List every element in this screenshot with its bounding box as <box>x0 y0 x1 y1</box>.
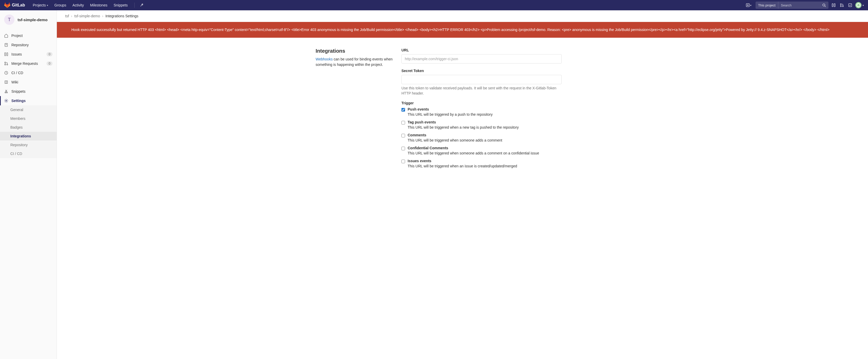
snippets-icon <box>4 89 8 94</box>
trigger-checkbox[interactable] <box>401 160 405 163</box>
issues-shortcut-icon[interactable] <box>831 2 837 8</box>
trigger-row: Confidential Comments This URL will be t… <box>401 146 609 155</box>
new-dropdown-button[interactable]: ▾ <box>744 2 753 8</box>
svg-point-17 <box>6 100 7 101</box>
trigger-label: Issues events <box>408 159 609 163</box>
trigger-checkbox[interactable] <box>401 147 405 150</box>
search-input[interactable] <box>778 3 820 7</box>
nav-separator <box>134 3 135 8</box>
svg-point-13 <box>7 64 8 65</box>
svg-point-15 <box>5 92 6 93</box>
trigger-description: This URL will be triggered when someone … <box>408 151 609 155</box>
sidebar-subitem-badges[interactable]: Badges <box>0 123 57 132</box>
breadcrumb-link[interactable]: tsf-simple-demo <box>74 14 100 18</box>
top-navbar: GitLab Projects ▾ Groups Activity Milest… <box>0 0 868 10</box>
search-container: This project <box>755 2 829 9</box>
url-input[interactable] <box>401 54 562 64</box>
project-sidebar: T tsf-simple-demo Project Repository Iss… <box>0 10 57 359</box>
trigger-row: Push events This URL will be triggered b… <box>401 107 609 117</box>
nav-projects[interactable]: Projects ▾ <box>30 2 51 9</box>
sidebar-subitem-members[interactable]: Members <box>0 114 57 123</box>
nav-activity[interactable]: Activity <box>70 2 86 9</box>
trigger-description: This URL will be triggered when someone … <box>408 138 609 142</box>
svg-point-11 <box>5 62 6 63</box>
sidebar-item-project[interactable]: Project <box>0 31 57 40</box>
admin-wrench-icon[interactable] <box>139 2 145 8</box>
sidebar-item-label: Project <box>11 34 23 38</box>
sidebar-subitem-ci-cd[interactable]: CI / CD <box>0 149 57 158</box>
chevron-down-icon: ▾ <box>750 4 751 7</box>
trigger-description: This URL will be triggered when an issue… <box>408 164 609 168</box>
nav-milestones[interactable]: Milestones <box>88 2 110 9</box>
sidebar-item-label: Repository <box>11 43 29 47</box>
project-header[interactable]: T tsf-simple-demo <box>0 10 57 29</box>
chevron-right-icon: › <box>102 14 103 18</box>
sidebar-item-repository[interactable]: Repository <box>0 40 57 50</box>
sidebar-item-snippets[interactable]: Snippets <box>0 87 57 96</box>
breadcrumb-current: Integrations Settings <box>105 14 138 18</box>
todos-icon[interactable] <box>847 2 853 8</box>
sidebar-item-issues[interactable]: Issues 0 <box>0 50 57 59</box>
sidebar-item-settings[interactable]: Settings <box>0 96 57 105</box>
trigger-checkbox[interactable] <box>401 134 405 137</box>
webhooks-link[interactable]: Webhooks <box>316 57 333 61</box>
sidebar-subitem-general[interactable]: General <box>0 105 57 114</box>
sidebar-submenu: GeneralMembersBadgesIntegrationsReposito… <box>0 105 57 158</box>
svg-rect-9 <box>5 53 6 56</box>
user-menu[interactable]: ▾ <box>855 2 864 8</box>
brand-text: GitLab <box>12 3 25 7</box>
sidebar-item-ci-cd[interactable]: CI / CD <box>0 68 57 77</box>
error-alert: Hook executed successfully but returned … <box>57 22 868 38</box>
breadcrumb-link[interactable]: tsf <box>65 14 69 18</box>
search-scope[interactable]: This project <box>755 2 778 9</box>
url-label: URL <box>401 48 609 52</box>
svg-rect-2 <box>832 4 833 7</box>
trigger-checkbox[interactable] <box>401 108 405 111</box>
svg-rect-3 <box>834 4 835 7</box>
svg-point-6 <box>842 6 843 7</box>
sidebar-item-wiki[interactable]: Wiki <box>0 77 57 87</box>
nav-items: Projects ▾ Groups Activity Milestones Sn… <box>30 2 130 9</box>
trigger-label: Confidential Comments <box>408 146 609 150</box>
svg-point-16 <box>6 92 7 93</box>
cicd-icon <box>4 71 8 75</box>
section-title: Integrations <box>316 48 393 54</box>
sidebar-item-merge-requests[interactable]: Merge Requests 0 <box>0 59 57 68</box>
search-icon[interactable] <box>820 3 829 7</box>
trigger-row: Comments This URL will be triggered when… <box>401 133 609 142</box>
breadcrumb: tsf › tsf-simple-demo › Integrations Set… <box>57 10 868 22</box>
trigger-label: Push events <box>408 107 609 111</box>
sidebar-item-label: Wiki <box>11 80 18 84</box>
secret-token-input[interactable] <box>401 75 562 84</box>
section-description: Webhooks can be used for binding events … <box>316 57 393 67</box>
sidebar-subitem-repository[interactable]: Repository <box>0 140 57 149</box>
merge-icon <box>4 62 8 66</box>
merge-requests-shortcut-icon[interactable] <box>839 2 845 8</box>
svg-point-12 <box>5 64 6 65</box>
count-badge: 0 <box>46 62 53 66</box>
sidebar-item-label: Settings <box>11 99 26 103</box>
sidebar-item-label: Issues <box>11 52 22 56</box>
trigger-list: Push events This URL will be triggered b… <box>401 107 609 168</box>
secret-token-label: Secret Token <box>401 69 609 73</box>
count-badge: 0 <box>46 52 53 56</box>
settings-icon <box>4 99 8 103</box>
svg-rect-10 <box>7 53 8 56</box>
svg-point-4 <box>840 4 841 5</box>
repo-icon <box>4 43 8 47</box>
chevron-right-icon: › <box>71 14 72 18</box>
trigger-checkbox[interactable] <box>401 121 405 125</box>
gitlab-logo[interactable]: GitLab <box>4 2 25 8</box>
svg-point-5 <box>840 6 841 7</box>
svg-point-1 <box>823 4 825 6</box>
sidebar-item-label: Snippets <box>11 89 25 94</box>
sidebar-item-label: Merge Requests <box>11 62 38 66</box>
trigger-description: This URL will be triggered by a push to … <box>408 112 609 117</box>
nav-groups[interactable]: Groups <box>52 2 69 9</box>
trigger-row: Tag push events This URL will be trigger… <box>401 120 609 129</box>
nav-snippets[interactable]: Snippets <box>111 2 130 9</box>
trigger-row: Issues events This URL will be triggered… <box>401 159 609 168</box>
sidebar-list: Project Repository Issues 0 Merge Reques… <box>0 29 57 160</box>
sidebar-subitem-integrations[interactable]: Integrations <box>0 132 57 140</box>
chevron-down-icon: ▾ <box>47 4 48 7</box>
